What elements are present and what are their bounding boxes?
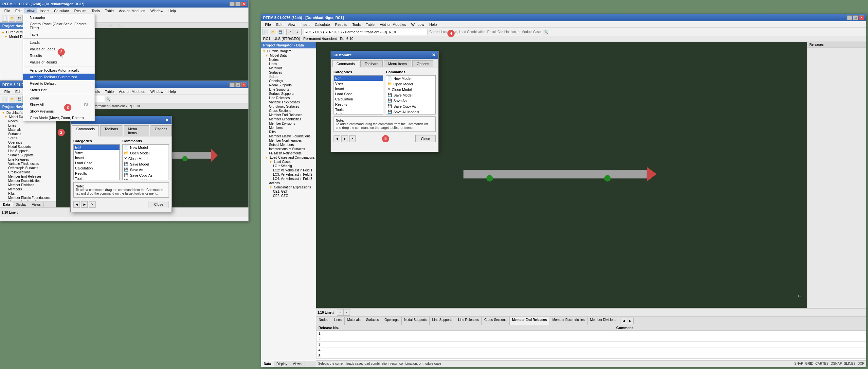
undo-btn-right[interactable]: ↩ [286, 29, 293, 35]
menu-show-prev[interactable]: Show Previous [23, 108, 95, 114]
nav-materials[interactable]: Materials [0, 128, 56, 132]
cat-options-right[interactable]: Options [334, 112, 383, 114]
save-btn-front[interactable]: 💾 [16, 96, 23, 102]
tab-commands-right[interactable]: Commands [332, 60, 359, 67]
tab-data-right[interactable]: Data [261, 361, 274, 367]
maximize-btn-back[interactable]: □ [235, 2, 241, 6]
menu-edit-right[interactable]: Edit [274, 22, 285, 27]
nav-comb-expr-right[interactable]: ▼ Combination Expressions [261, 185, 316, 190]
new-btn-right[interactable]: 📄 [262, 29, 269, 35]
menu-window-back[interactable]: Window [148, 8, 166, 13]
nav-intersections-right[interactable]: Intersections of Surfaces [261, 147, 316, 151]
open-btn-front[interactable]: 📂 [9, 96, 16, 102]
menu-show-all[interactable]: Show All F8 [23, 101, 95, 108]
nav-member-ecc-right[interactable]: Member Eccentricities [261, 117, 316, 121]
nav-surface-supports-right[interactable]: Surface Supports [261, 92, 316, 96]
clear-btn-left[interactable]: ✕ [89, 201, 96, 208]
tab-display-right[interactable]: Display [274, 361, 290, 367]
customize-close-right[interactable]: ✕ [432, 52, 436, 58]
nav-materials-right[interactable]: Materials [261, 66, 316, 70]
menu-addon-back[interactable]: Add-on Modules [116, 8, 148, 13]
menu-loads[interactable]: Loads [23, 39, 95, 46]
menu-table-front[interactable]: Table [102, 89, 116, 94]
tab-options-left[interactable]: Options [151, 125, 172, 136]
cat-tools-left[interactable]: Tools [74, 176, 120, 180]
nav-line-releases[interactable]: Line Releases [0, 157, 56, 162]
save-btn-right[interactable]: 💾 [277, 29, 283, 35]
nav-members-right[interactable]: Members [261, 126, 316, 130]
nav-lc2-right[interactable]: LC2: Verkehrslast in Feld 1 [261, 168, 316, 172]
cat-loadcase-right[interactable]: Load Case [334, 91, 383, 97]
tab-materials-right[interactable]: Materials [345, 317, 364, 325]
nav-members[interactable]: Members [0, 187, 56, 191]
menu-results-back[interactable]: Results [72, 8, 89, 13]
cat-calculation-left[interactable]: Calculation [74, 166, 120, 171]
nav-member-div-right[interactable]: Member Divisions [261, 121, 316, 126]
nav-surfaces-right[interactable]: Surfaces [261, 70, 316, 75]
nav-member-elastic[interactable]: Member Elastic Foundations [0, 196, 56, 200]
nav-line-supports[interactable]: Line Supports [0, 149, 56, 153]
tab-nodal-supports-right[interactable]: Nodal Supports [402, 317, 430, 325]
menu-tools-back[interactable]: Tools [89, 8, 102, 13]
tab-toolbars-left[interactable]: Toolbars [100, 125, 122, 136]
cat-insert-left[interactable]: Insert [74, 155, 120, 160]
tab-lines-right[interactable]: Lines [331, 317, 345, 325]
commands-list-left[interactable]: 📄New Model 📂Open Model ✕Close Model 💾Sav… [122, 144, 169, 180]
menu-view-right[interactable]: View [285, 22, 298, 27]
nav-modeldata-right[interactable]: ▼ Model Data [261, 53, 316, 58]
prev-btn-right[interactable]: ◀ [334, 135, 340, 142]
nav-ribs[interactable]: Ribs [0, 191, 56, 196]
menu-help-back[interactable]: Help [166, 8, 179, 13]
table-add-btn[interactable]: + [337, 309, 343, 316]
tab-surfaces-right[interactable]: Surfaces [363, 317, 382, 325]
nav-ribs-right[interactable]: Ribs [261, 130, 316, 134]
menu-calculate-back[interactable]: Calculate [52, 8, 72, 13]
nav-line-releases-right[interactable]: Line Releases [261, 96, 316, 100]
cmd-savecopy-left[interactable]: 💾Save Copy As [123, 172, 168, 178]
nav-lines[interactable]: Lines [0, 123, 56, 128]
tab-nodes-right[interactable]: Nodes [316, 317, 331, 325]
tab-line-supports-right[interactable]: Line Supports [430, 317, 456, 325]
nav-cross-sec-right[interactable]: Cross-Sections [261, 109, 316, 113]
nav-surfaces[interactable]: Surfaces [0, 132, 56, 136]
zoom-right[interactable]: 🔍 [542, 29, 549, 35]
titlebar-buttons-front[interactable]: _ □ ✕ [229, 82, 246, 87]
nav-openings-right[interactable]: Openings [261, 79, 316, 83]
nav-nodal-supports[interactable]: Nodal Supports [0, 144, 56, 149]
load-combo-right[interactable] [303, 29, 428, 35]
nav-member-nonlin-right[interactable]: Member Nonlinearities [261, 138, 316, 143]
nav-member-end-rel-right[interactable]: Member End Releases [261, 113, 316, 117]
nav-ce1-right[interactable]: CE1: GZT [261, 190, 316, 194]
nav-cross-sections[interactable]: Cross-Sections [0, 170, 56, 174]
open-btn-back[interactable]: 📂 [9, 15, 16, 22]
cat-insert-right[interactable]: Insert [334, 86, 383, 91]
menu-navigator[interactable]: Navigator [23, 14, 95, 21]
cat-tools-right[interactable]: Tools [334, 107, 383, 112]
menu-window-front[interactable]: Window [148, 89, 166, 94]
close-btn-right[interactable]: ✕ [859, 15, 864, 20]
cmd-close-right[interactable]: ✕Close Model [386, 87, 435, 92]
nav-ortho-surfaces[interactable]: Orthotropic Surfaces [0, 166, 56, 170]
nav-member-end-rel[interactable]: Member End Releases [0, 174, 56, 179]
nav-member-div[interactable]: Member Divisions [0, 183, 56, 187]
nav-variable-thick[interactable]: Variable Thicknesses [0, 162, 56, 166]
cmd-saveall-right[interactable]: 💾Save All Models [386, 109, 435, 114]
tab-menu-items-left[interactable]: Menu Items [124, 125, 149, 136]
clear-btn-right[interactable]: ✕ [349, 135, 356, 142]
redo-btn-right[interactable]: ↪ [293, 29, 300, 35]
menu-control-panel[interactable]: Control Panel (Color Scale, Factors, Fil… [23, 21, 95, 31]
tab-cross-sections-right[interactable]: Cross-Sections [482, 317, 509, 325]
nav-fe-mesh-right[interactable]: FE Mesh Refinements [261, 151, 316, 156]
tab-menu-items-right[interactable]: Menu Items [384, 60, 411, 67]
tab-openings-right[interactable]: Openings [382, 317, 402, 325]
commands-list-right[interactable]: 📄New Model 📂Open Model ✕Close Model 💾Sav… [386, 75, 436, 114]
menu-table-item[interactable]: Table [23, 31, 95, 38]
menu-zoom[interactable]: Zoom [23, 95, 95, 101]
close-btn-front[interactable]: ✕ [241, 82, 246, 87]
next-btn-left[interactable]: ▶ [81, 201, 88, 208]
new-btn-front[interactable]: 📄 [2, 96, 8, 102]
nav-ortho-right[interactable]: Orthotropic Surfaces [261, 104, 316, 109]
nav-lc-right[interactable]: ▼ Load Cases [261, 160, 316, 164]
close-btn-customize-left[interactable]: Close [149, 201, 169, 208]
menu-help-right[interactable]: Help [427, 22, 440, 27]
